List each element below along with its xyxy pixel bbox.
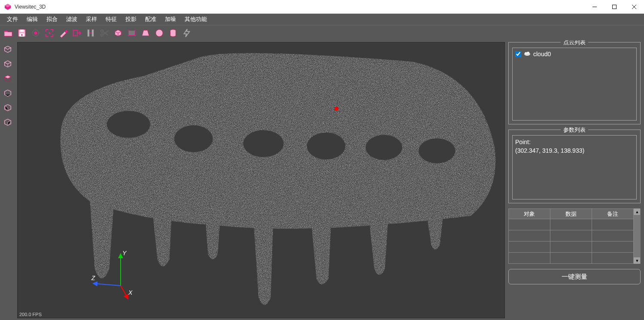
table-row[interactable]: [509, 253, 634, 264]
svg-point-21: [134, 30, 136, 31]
left-toolbar: [0, 40, 15, 320]
rectangle-icon[interactable]: [126, 27, 137, 39]
param-list-group: 参数列表 Point: (302.347, 319.3, 138.933): [508, 130, 641, 203]
scroll-down-icon[interactable]: ▼: [634, 257, 640, 264]
svg-rect-15: [92, 29, 94, 36]
menu-edit[interactable]: 编辑: [22, 14, 42, 24]
cloud-list-group: 点云列表 cloud0: [508, 42, 641, 124]
circle-icon[interactable]: [154, 27, 165, 39]
table-row[interactable]: [509, 219, 634, 230]
data-table-group: 对象 数据 备注 ▲ ▼: [508, 208, 641, 264]
cylinder-icon[interactable]: [167, 27, 179, 39]
one-click-measure-button[interactable]: 一键测量: [508, 269, 641, 284]
view-back-icon[interactable]: [2, 58, 13, 69]
view-top-icon[interactable]: [2, 73, 13, 84]
svg-text:X: X: [128, 289, 133, 296]
open-folder-icon[interactable]: [3, 27, 14, 39]
save-icon[interactable]: [16, 27, 27, 39]
svg-line-36: [95, 284, 121, 286]
cloud-list[interactable]: cloud0: [512, 48, 637, 121]
menu-project[interactable]: 投影: [121, 14, 141, 24]
in-out-icon[interactable]: [71, 27, 82, 39]
point-coords: (302.347, 319.3, 138.933): [515, 147, 634, 155]
view-bottom-icon[interactable]: [2, 88, 13, 99]
main-area: Y Z X 200.0 FPS 点云列表 cloud0: [0, 40, 644, 320]
point-label: Point:: [515, 138, 634, 147]
cloud-visibility-checkbox[interactable]: [515, 51, 521, 57]
svg-point-10: [34, 31, 37, 34]
menu-filter[interactable]: 滤波: [62, 14, 82, 24]
table-scrollbar[interactable]: ▲ ▼: [634, 208, 641, 264]
selected-point-marker: [334, 107, 338, 111]
app-logo-icon: [4, 3, 11, 10]
col-object[interactable]: 对象: [509, 209, 550, 219]
svg-point-22: [128, 35, 129, 36]
svg-point-20: [128, 30, 129, 31]
cube-icon[interactable]: [112, 27, 124, 39]
menu-feature[interactable]: 特征: [101, 14, 121, 24]
app-window: Viewsitec_3D 文件 编辑 拟合 滤波 采样 特征 投影 配准 加噪 …: [0, 0, 644, 320]
svg-point-9: [21, 34, 23, 36]
param-list-title: 参数列表: [561, 126, 588, 134]
svg-rect-12: [49, 32, 50, 34]
menu-noise[interactable]: 加噪: [161, 14, 180, 24]
window-title: Viewsitec_3D: [15, 4, 585, 10]
data-table[interactable]: 对象 数据 备注: [508, 208, 634, 264]
select-icon[interactable]: [44, 27, 55, 39]
svg-text:Z: Z: [91, 275, 95, 281]
right-panel: 点云列表 cloud0 参数列表 Point: (302.347, 319.3,…: [507, 40, 644, 320]
svg-rect-14: [88, 29, 90, 36]
svg-point-23: [134, 35, 136, 36]
svg-rect-7: [20, 29, 24, 32]
col-note[interactable]: 备注: [592, 209, 633, 219]
cloud-name: cloud0: [533, 51, 551, 57]
cloud-list-item[interactable]: cloud0: [515, 51, 634, 57]
menu-fit[interactable]: 拟合: [42, 14, 62, 24]
measure-icon[interactable]: [85, 27, 96, 39]
svg-text:Y: Y: [122, 250, 127, 257]
main-toolbar: [0, 25, 644, 40]
view-left-icon[interactable]: [2, 102, 13, 113]
svg-point-42: [527, 52, 529, 54]
reset-icon[interactable]: [30, 27, 41, 39]
menu-bar: 文件 编辑 拟合 滤波 采样 特征 投影 配准 加噪 其他功能: [0, 14, 644, 25]
menu-other[interactable]: 其他功能: [180, 14, 211, 24]
cloud-icon: [524, 51, 531, 57]
minimize-button[interactable]: [585, 0, 605, 14]
view-front-icon[interactable]: [2, 44, 13, 55]
trapezoid-icon[interactable]: [140, 27, 151, 39]
svg-point-41: [525, 52, 527, 54]
maximize-button[interactable]: [605, 0, 624, 14]
bolt-icon[interactable]: [181, 27, 192, 39]
svg-rect-19: [129, 30, 135, 35]
close-button[interactable]: [624, 0, 644, 14]
view-right-icon[interactable]: [2, 117, 13, 128]
paint-icon[interactable]: [58, 27, 69, 39]
3d-viewport[interactable]: Y Z X 200.0 FPS: [17, 42, 505, 318]
menu-register[interactable]: 配准: [141, 14, 161, 24]
table-row[interactable]: [509, 230, 634, 242]
scissors-icon[interactable]: [99, 27, 110, 39]
svg-point-24: [156, 29, 163, 36]
col-data[interactable]: 数据: [550, 209, 592, 219]
param-list: Point: (302.347, 319.3, 138.933): [512, 135, 637, 199]
svg-line-38: [121, 286, 127, 297]
menu-sample[interactable]: 采样: [82, 14, 101, 24]
svg-rect-3: [613, 5, 617, 9]
window-controls: [585, 0, 644, 14]
scroll-up-icon[interactable]: ▲: [634, 208, 640, 215]
fps-readout: 200.0 FPS: [19, 312, 42, 317]
cloud-list-title: 点云列表: [561, 40, 588, 46]
svg-rect-13: [73, 30, 77, 36]
table-row[interactable]: [509, 242, 634, 253]
title-bar: Viewsitec_3D: [0, 0, 644, 14]
menu-file[interactable]: 文件: [3, 14, 22, 24]
axis-gizmo: Y Z X: [91, 249, 142, 301]
